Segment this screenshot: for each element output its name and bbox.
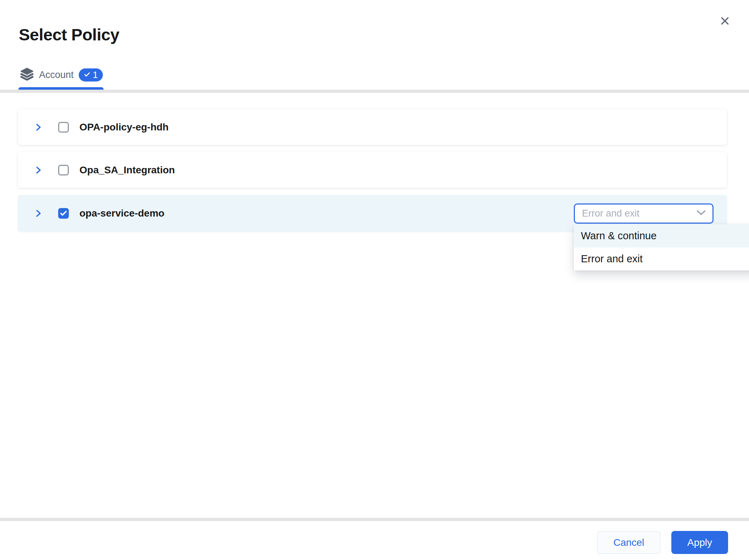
select-policy-modal: Select Policy Account 1 [0, 0, 749, 560]
policy-checkbox[interactable] [58, 122, 69, 133]
expand-chevron-icon[interactable] [34, 165, 43, 175]
page-title: Select Policy [19, 25, 120, 44]
action-dropdown-menu: Warn & continue Error and exit [574, 224, 749, 270]
footer-divider [0, 518, 749, 521]
action-select[interactable]: Error and exit [574, 203, 714, 224]
policy-list: OPA-policy-eg-hdh Opa_SA_Integration [18, 109, 727, 239]
cancel-button[interactable]: Cancel [597, 531, 661, 554]
check-icon [84, 69, 90, 80]
policy-row: OPA-policy-eg-hdh [18, 109, 727, 145]
tab-account[interactable]: Account 1 [20, 67, 103, 82]
close-icon [720, 16, 730, 27]
policy-name: OPA-policy-eg-hdh [79, 122, 168, 133]
tab-account-label: Account [39, 69, 74, 80]
header-divider [0, 90, 749, 93]
action-select-value: Error and exit [582, 208, 639, 219]
policy-row: Opa_SA_Integration [18, 152, 727, 188]
expand-chevron-icon[interactable] [34, 122, 43, 133]
policy-checkbox-checked[interactable] [58, 208, 69, 219]
chevron-down-icon [696, 209, 706, 217]
menu-item-warn-continue[interactable]: Warn & continue [574, 224, 749, 247]
layers-icon [20, 67, 34, 82]
menu-item-error-exit[interactable]: Error and exit [574, 247, 749, 270]
policy-name: Opa_SA_Integration [79, 164, 175, 176]
policy-checkbox[interactable] [58, 165, 69, 175]
apply-button[interactable]: Apply [671, 531, 728, 554]
policy-name: opa-service-demo [79, 208, 165, 219]
selected-count-badge: 1 [79, 68, 103, 82]
badge-count: 1 [93, 69, 98, 80]
close-button[interactable] [719, 15, 731, 28]
expand-chevron-icon[interactable] [34, 208, 43, 219]
